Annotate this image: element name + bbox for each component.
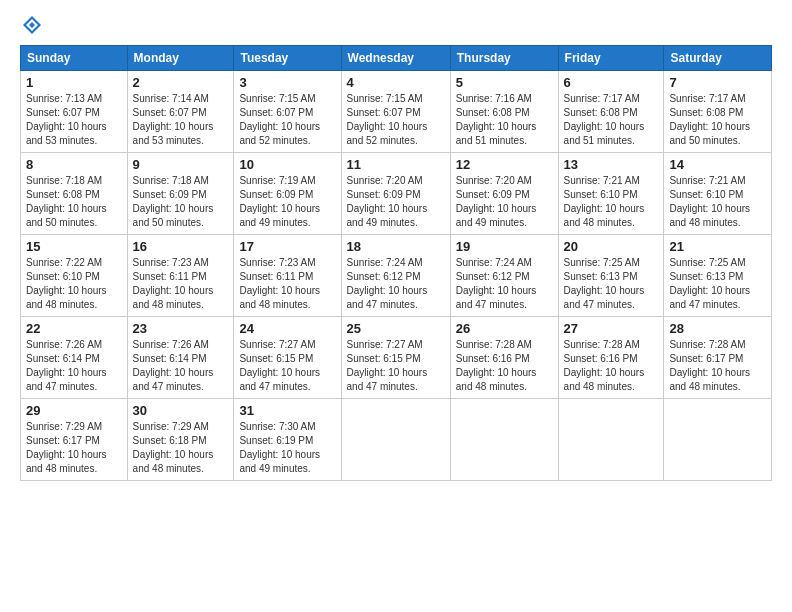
logo-icon [22,15,42,35]
calendar-cell: 20Sunrise: 7:25 AM Sunset: 6:13 PM Dayli… [558,235,664,317]
day-number: 8 [26,157,122,172]
day-info: Sunrise: 7:27 AM Sunset: 6:15 PM Dayligh… [347,338,445,394]
calendar-cell: 25Sunrise: 7:27 AM Sunset: 6:15 PM Dayli… [341,317,450,399]
day-info: Sunrise: 7:23 AM Sunset: 6:11 PM Dayligh… [133,256,229,312]
day-number: 6 [564,75,659,90]
calendar-cell: 3Sunrise: 7:15 AM Sunset: 6:07 PM Daylig… [234,71,341,153]
day-number: 26 [456,321,553,336]
day-number: 21 [669,239,766,254]
calendar-cell: 6Sunrise: 7:17 AM Sunset: 6:08 PM Daylig… [558,71,664,153]
day-info: Sunrise: 7:20 AM Sunset: 6:09 PM Dayligh… [456,174,553,230]
calendar-cell: 14Sunrise: 7:21 AM Sunset: 6:10 PM Dayli… [664,153,772,235]
day-number: 18 [347,239,445,254]
day-number: 13 [564,157,659,172]
day-info: Sunrise: 7:18 AM Sunset: 6:09 PM Dayligh… [133,174,229,230]
calendar-cell [664,399,772,481]
calendar-table: SundayMondayTuesdayWednesdayThursdayFrid… [20,45,772,481]
day-info: Sunrise: 7:20 AM Sunset: 6:09 PM Dayligh… [347,174,445,230]
calendar-week-2: 8Sunrise: 7:18 AM Sunset: 6:08 PM Daylig… [21,153,772,235]
weekday-header-friday: Friday [558,46,664,71]
day-info: Sunrise: 7:13 AM Sunset: 6:07 PM Dayligh… [26,92,122,148]
calendar-cell: 24Sunrise: 7:27 AM Sunset: 6:15 PM Dayli… [234,317,341,399]
day-info: Sunrise: 7:30 AM Sunset: 6:19 PM Dayligh… [239,420,335,476]
day-number: 23 [133,321,229,336]
calendar-cell: 15Sunrise: 7:22 AM Sunset: 6:10 PM Dayli… [21,235,128,317]
weekday-header-row: SundayMondayTuesdayWednesdayThursdayFrid… [21,46,772,71]
calendar-cell: 29Sunrise: 7:29 AM Sunset: 6:17 PM Dayli… [21,399,128,481]
day-info: Sunrise: 7:29 AM Sunset: 6:17 PM Dayligh… [26,420,122,476]
logo [20,15,48,35]
calendar-cell: 8Sunrise: 7:18 AM Sunset: 6:08 PM Daylig… [21,153,128,235]
day-info: Sunrise: 7:17 AM Sunset: 6:08 PM Dayligh… [669,92,766,148]
page: SundayMondayTuesdayWednesdayThursdayFrid… [0,0,792,491]
day-info: Sunrise: 7:21 AM Sunset: 6:10 PM Dayligh… [669,174,766,230]
day-number: 5 [456,75,553,90]
weekday-header-tuesday: Tuesday [234,46,341,71]
calendar-cell: 31Sunrise: 7:30 AM Sunset: 6:19 PM Dayli… [234,399,341,481]
day-number: 4 [347,75,445,90]
day-number: 28 [669,321,766,336]
day-info: Sunrise: 7:15 AM Sunset: 6:07 PM Dayligh… [239,92,335,148]
calendar-week-3: 15Sunrise: 7:22 AM Sunset: 6:10 PM Dayli… [21,235,772,317]
calendar-cell: 19Sunrise: 7:24 AM Sunset: 6:12 PM Dayli… [450,235,558,317]
day-info: Sunrise: 7:19 AM Sunset: 6:09 PM Dayligh… [239,174,335,230]
day-info: Sunrise: 7:25 AM Sunset: 6:13 PM Dayligh… [669,256,766,312]
calendar-week-4: 22Sunrise: 7:26 AM Sunset: 6:14 PM Dayli… [21,317,772,399]
calendar-cell [558,399,664,481]
day-number: 17 [239,239,335,254]
day-number: 27 [564,321,659,336]
calendar-cell [450,399,558,481]
weekday-header-monday: Monday [127,46,234,71]
day-info: Sunrise: 7:23 AM Sunset: 6:11 PM Dayligh… [239,256,335,312]
calendar-week-5: 29Sunrise: 7:29 AM Sunset: 6:17 PM Dayli… [21,399,772,481]
calendar-week-1: 1Sunrise: 7:13 AM Sunset: 6:07 PM Daylig… [21,71,772,153]
calendar-body: 1Sunrise: 7:13 AM Sunset: 6:07 PM Daylig… [21,71,772,481]
day-number: 1 [26,75,122,90]
day-number: 29 [26,403,122,418]
weekday-header-wednesday: Wednesday [341,46,450,71]
calendar-cell: 16Sunrise: 7:23 AM Sunset: 6:11 PM Dayli… [127,235,234,317]
day-number: 10 [239,157,335,172]
day-info: Sunrise: 7:16 AM Sunset: 6:08 PM Dayligh… [456,92,553,148]
day-info: Sunrise: 7:15 AM Sunset: 6:07 PM Dayligh… [347,92,445,148]
day-number: 19 [456,239,553,254]
day-number: 9 [133,157,229,172]
day-info: Sunrise: 7:14 AM Sunset: 6:07 PM Dayligh… [133,92,229,148]
day-info: Sunrise: 7:28 AM Sunset: 6:17 PM Dayligh… [669,338,766,394]
calendar-cell: 23Sunrise: 7:26 AM Sunset: 6:14 PM Dayli… [127,317,234,399]
day-info: Sunrise: 7:28 AM Sunset: 6:16 PM Dayligh… [564,338,659,394]
day-info: Sunrise: 7:28 AM Sunset: 6:16 PM Dayligh… [456,338,553,394]
day-number: 7 [669,75,766,90]
calendar-cell: 9Sunrise: 7:18 AM Sunset: 6:09 PM Daylig… [127,153,234,235]
calendar-cell: 4Sunrise: 7:15 AM Sunset: 6:07 PM Daylig… [341,71,450,153]
calendar-cell: 7Sunrise: 7:17 AM Sunset: 6:08 PM Daylig… [664,71,772,153]
day-number: 15 [26,239,122,254]
calendar-cell: 18Sunrise: 7:24 AM Sunset: 6:12 PM Dayli… [341,235,450,317]
day-info: Sunrise: 7:25 AM Sunset: 6:13 PM Dayligh… [564,256,659,312]
day-info: Sunrise: 7:24 AM Sunset: 6:12 PM Dayligh… [456,256,553,312]
day-number: 2 [133,75,229,90]
day-number: 20 [564,239,659,254]
calendar-cell: 13Sunrise: 7:21 AM Sunset: 6:10 PM Dayli… [558,153,664,235]
calendar-cell: 12Sunrise: 7:20 AM Sunset: 6:09 PM Dayli… [450,153,558,235]
weekday-header-saturday: Saturday [664,46,772,71]
day-info: Sunrise: 7:18 AM Sunset: 6:08 PM Dayligh… [26,174,122,230]
calendar-cell: 5Sunrise: 7:16 AM Sunset: 6:08 PM Daylig… [450,71,558,153]
calendar-cell: 22Sunrise: 7:26 AM Sunset: 6:14 PM Dayli… [21,317,128,399]
day-info: Sunrise: 7:29 AM Sunset: 6:18 PM Dayligh… [133,420,229,476]
calendar-cell: 1Sunrise: 7:13 AM Sunset: 6:07 PM Daylig… [21,71,128,153]
day-number: 12 [456,157,553,172]
day-info: Sunrise: 7:26 AM Sunset: 6:14 PM Dayligh… [133,338,229,394]
calendar-cell: 11Sunrise: 7:20 AM Sunset: 6:09 PM Dayli… [341,153,450,235]
header [20,15,772,35]
day-number: 25 [347,321,445,336]
calendar-cell: 30Sunrise: 7:29 AM Sunset: 6:18 PM Dayli… [127,399,234,481]
day-info: Sunrise: 7:22 AM Sunset: 6:10 PM Dayligh… [26,256,122,312]
calendar-cell: 28Sunrise: 7:28 AM Sunset: 6:17 PM Dayli… [664,317,772,399]
calendar-cell: 2Sunrise: 7:14 AM Sunset: 6:07 PM Daylig… [127,71,234,153]
calendar-cell: 17Sunrise: 7:23 AM Sunset: 6:11 PM Dayli… [234,235,341,317]
day-number: 14 [669,157,766,172]
day-number: 22 [26,321,122,336]
calendar-cell: 27Sunrise: 7:28 AM Sunset: 6:16 PM Dayli… [558,317,664,399]
day-info: Sunrise: 7:24 AM Sunset: 6:12 PM Dayligh… [347,256,445,312]
